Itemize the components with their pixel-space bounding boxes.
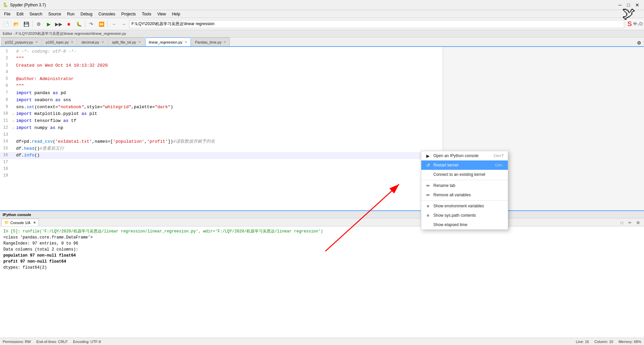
menu-debug[interactable]: Debug: [78, 11, 95, 17]
ctx-open-console[interactable]: ▶ Open an IPython console Ctrl+T: [421, 151, 508, 160]
menu-search[interactable]: Search: [27, 11, 45, 17]
tab-close-split[interactable]: ✕: [138, 40, 141, 44]
code-line-10: 10 ⚠ import matplotlib.pyplot as plt: [0, 111, 443, 118]
ctx-sep-1: [421, 180, 508, 180]
tab-close-decimal[interactable]: ✕: [101, 40, 104, 44]
console-header: IPython console: [0, 211, 644, 218]
ctx-open-console-label: Open an IPython console: [433, 153, 479, 158]
tab-label: decimal.py: [82, 40, 99, 44]
tab-p165[interactable]: p165_topic.py ✕: [42, 38, 77, 46]
encoding-status: Encoding: UTF-8: [73, 340, 101, 344]
code-line-1: 1 # -*- coding: utf-8 -*-: [0, 48, 443, 55]
menu-file[interactable]: File: [1, 11, 13, 17]
code-line-12: 12 ⚠ import numpy as np: [0, 125, 443, 132]
console-body[interactable]: In [5]: runfile('F:/LQY/2020/机器学习吴恩达/lin…: [0, 226, 644, 338]
ctx-show-env-vars-label: Show environment variables: [433, 204, 484, 208]
menu-projects[interactable]: Projects: [119, 11, 139, 17]
tab-p152[interactable]: p152_pyquery.py ✕: [1, 38, 42, 46]
ctx-connect-kernel[interactable]: Connect to an existing kernel: [421, 170, 508, 179]
title-left: 🐍 Spyder (Python 3.7): [3, 2, 46, 7]
console-line-6: profit 97 non-null float64: [3, 259, 641, 265]
editor-path-bar: Editor - F:\LQY\2020\机器学习吴恩达\linear regr…: [0, 30, 644, 38]
editor-path-text: Editor - F:\LQY\2020\机器学习吴恩达\linear regr…: [3, 31, 126, 36]
ctx-restart-kernel[interactable]: ↺ Restart kernel Ctrl+.: [421, 160, 508, 170]
column-status: Column: 10: [594, 340, 613, 344]
console-tab-close[interactable]: ✕: [33, 221, 36, 224]
permissions-status: Permissions: RW: [3, 340, 31, 344]
tab-settings-button[interactable]: ⚙: [636, 40, 643, 46]
code-line-9: 9 sns.set(context="notebook",style="whit…: [0, 104, 443, 111]
console-edit-button[interactable]: ✏: [627, 219, 633, 226]
ctx-rename-tab[interactable]: ✏ Rename tab: [421, 181, 508, 190]
toolbar: 📄 📂 💾 ⚙ ▶ ▶▶ ■ 🐛 ↷ ⏩ ← → F:\LQY\2020\机器学…: [0, 18, 644, 30]
tab-linear[interactable]: linear_regreesion.py ✕: [145, 38, 191, 46]
remove-vars-icon: ✏: [425, 193, 431, 198]
menu-help[interactable]: Help: [169, 11, 183, 17]
code-line-19: 19: [0, 172, 443, 179]
ctx-show-elapsed[interactable]: Show elapsed time: [421, 220, 508, 229]
stop-button[interactable]: ■: [64, 19, 73, 29]
ctx-show-sys-path-label: Show sys.path contents: [433, 213, 476, 218]
ctx-remove-vars-label: Remove all variables: [433, 193, 471, 197]
menu-consoles[interactable]: Consoles: [96, 11, 118, 17]
code-line-15: 15 df.head()#查看前五行: [0, 145, 443, 152]
tab-pandas[interactable]: Pandas_time.py ✕: [192, 38, 230, 46]
continue-button[interactable]: ⏩: [97, 19, 106, 29]
tab-close-pandas[interactable]: ✕: [223, 40, 226, 44]
menu-tools[interactable]: Tools: [139, 11, 154, 17]
tab-close-p165[interactable]: ✕: [71, 40, 73, 44]
tab-close-linear[interactable]: ✕: [184, 40, 187, 44]
new-file-button[interactable]: 📄: [1, 19, 11, 29]
tab-label: p152_pyquery.py: [5, 40, 33, 44]
menu-source[interactable]: Source: [46, 11, 64, 17]
tab-split[interactable]: split_file_txt.py ✕: [108, 38, 145, 46]
ctx-show-sys-path[interactable]: ≡ Show sys.path contents: [421, 211, 508, 220]
menu-view[interactable]: View: [155, 11, 169, 17]
nav-back-button[interactable]: ←: [110, 20, 118, 28]
code-line-14: 14 df=pd.read_csv('ex1data1.txt',names=[…: [0, 138, 443, 145]
tab-decimal[interactable]: decimal.py ✕: [78, 38, 108, 46]
env-vars-icon: ≡: [425, 204, 431, 209]
console-folder-icon: 📁: [4, 220, 9, 225]
path-display[interactable]: F:\LQY\2020\机器学习吴恩达\linear regression: [129, 20, 624, 28]
console-tab-1[interactable]: 📁 Console 1/A ✕: [1, 219, 39, 226]
menu-bar: File Edit Search Source Run Debug Consol…: [0, 10, 644, 18]
console-maximize-button[interactable]: □: [619, 219, 625, 226]
code-editor[interactable]: 1 # -*- coding: utf-8 -*- 2 """ 3 Create…: [0, 47, 443, 210]
tab-close-p152[interactable]: ✕: [35, 40, 38, 44]
code-line-17: 17: [0, 159, 443, 166]
console-tab-controls: □ ✏ ⚙: [619, 219, 643, 226]
code-line-6: 6 """: [0, 83, 443, 90]
ctx-remove-vars[interactable]: ✏ Remove all variables: [421, 190, 508, 200]
run-cell-button[interactable]: ▶▶: [54, 19, 63, 29]
console-section: IPython console 📁 Console 1/A ✕ □ ✏ ⚙ In…: [0, 210, 644, 338]
spyder-bird-logo: 🕊: [614, 0, 644, 27]
code-line-18: 18: [0, 166, 443, 172]
code-line-2: 2 """: [0, 55, 443, 62]
code-line-3: 3 Created on Wed Oct 14 10:13:32 2020: [0, 62, 443, 69]
step-button[interactable]: ↷: [87, 19, 96, 29]
code-line-8: 8 import seaborn as sns: [0, 97, 443, 104]
menu-run[interactable]: Run: [64, 11, 77, 17]
code-line-5: 5 @author: Administrator: [0, 76, 443, 83]
line-endings-status: End-of-lines: CRLF: [36, 340, 68, 344]
status-bar: Permissions: RW End-of-lines: CRLF Encod…: [0, 338, 644, 345]
open-file-button[interactable]: 📂: [11, 19, 21, 29]
ctx-rename-tab-label: Rename tab: [433, 183, 455, 188]
rename-icon: ✏: [425, 183, 431, 188]
editor-area: 1 # -*- coding: utf-8 -*- 2 """ 3 Create…: [0, 47, 443, 210]
console-line-4: Data columns (total 2 columns):: [3, 247, 641, 253]
preferences-button[interactable]: ⚙: [34, 19, 43, 29]
ctx-open-console-shortcut: Ctrl+T: [494, 154, 504, 158]
ctx-connect-kernel-label: Connect to an existing kernel: [433, 172, 485, 177]
menu-edit[interactable]: Edit: [14, 11, 26, 17]
console-tab-label: Console 1/A: [10, 221, 31, 225]
code-line-16: 16 df.info(): [0, 152, 443, 159]
console-settings-button[interactable]: ⚙: [635, 219, 641, 226]
nav-forward-button[interactable]: →: [120, 20, 128, 28]
run-button[interactable]: ▶: [44, 19, 53, 29]
debug-button[interactable]: 🐛: [74, 19, 84, 29]
ctx-show-env-vars[interactable]: ≡ Show environment variables: [421, 201, 508, 211]
save-file-button[interactable]: 💾: [21, 19, 31, 29]
console-header-text: IPython console: [3, 213, 31, 217]
